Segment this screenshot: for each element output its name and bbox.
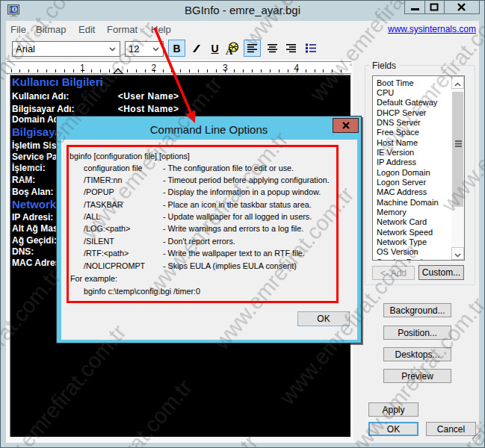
- svg-text:A: A: [226, 45, 233, 55]
